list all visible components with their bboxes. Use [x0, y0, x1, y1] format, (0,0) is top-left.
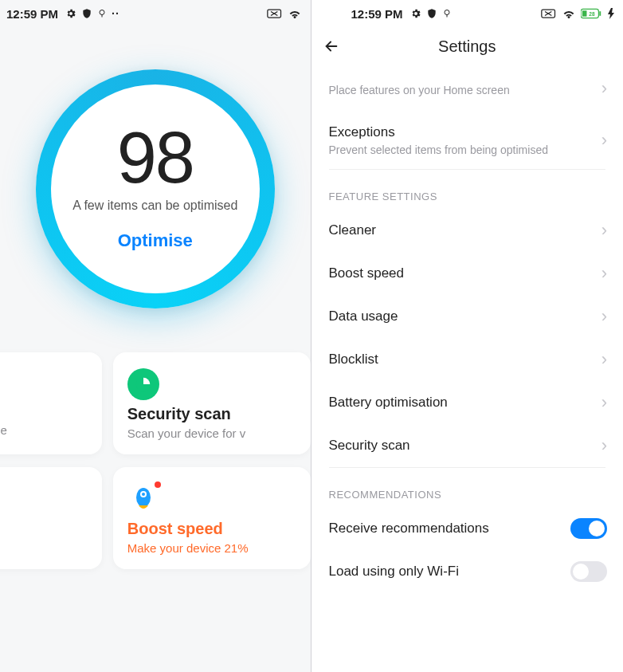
wifi-icon [562, 8, 576, 19]
section-recommendations: RECOMMENDATIONS [312, 468, 624, 507]
row-security-scan[interactable]: Security scan › [312, 424, 624, 467]
gear-icon [410, 8, 421, 19]
card-battery-sub: n until full [0, 538, 88, 552]
row-boost-label: Boost speed [329, 265, 594, 281]
section-feature-settings: FEATURE SETTINGS [312, 170, 624, 209]
row-receive-label: Receive recommendations [329, 521, 563, 536]
row-block-label: Blocklist [329, 352, 594, 367]
toggle-wifi-only[interactable] [570, 561, 607, 582]
rocket-icon [127, 483, 159, 515]
chevron-right-icon: › [601, 392, 607, 413]
location-icon [97, 8, 107, 19]
nosim-icon [541, 8, 557, 19]
card-boost-title: Boost speed [127, 520, 296, 538]
chevron-right-icon: › [601, 130, 607, 151]
status-time: 12:59 PM [351, 7, 403, 21]
location-icon [442, 8, 452, 19]
card-cleaner[interactable]: aner of storage space [0, 352, 102, 454]
row-receive-recommendations[interactable]: Receive recommendations [312, 507, 624, 550]
card-boost-speed[interactable]: Boost speed Make your device 21% [113, 467, 311, 569]
row-blocklist[interactable]: Blocklist › [312, 338, 624, 381]
card-battery-title: tery [0, 517, 88, 535]
row-batt-label: Battery optimisation [329, 395, 594, 411]
row-data-usage[interactable]: Data usage › [312, 295, 624, 338]
svg-point-6 [445, 10, 449, 15]
toggle-receive-recommendations[interactable] [570, 518, 607, 539]
score-ring: 98 A few items can be optimised Optimise [24, 57, 287, 320]
chevron-right-icon: › [601, 349, 607, 370]
optimise-button[interactable]: Optimise [118, 230, 193, 251]
dots-icon: ·· [112, 7, 120, 20]
wifi-icon [288, 8, 302, 19]
card-cleaner-sub: of storage space [0, 423, 88, 437]
svg-point-5 [142, 493, 145, 496]
row-cleaner[interactable]: Cleaner › [312, 209, 624, 252]
status-bar-right: 12:59 PM 28 [312, 0, 624, 27]
battery-icon: 28 [581, 8, 603, 19]
row-data-label: Data usage [329, 308, 594, 324]
notification-dot-icon [155, 481, 161, 488]
status-time: 12:59 PM [6, 7, 58, 21]
svg-rect-9 [582, 10, 587, 16]
card-scan-sub: Scan your device for v [127, 426, 296, 440]
chevron-right-icon: › [601, 263, 607, 284]
svg-text:28: 28 [589, 11, 595, 17]
svg-point-0 [100, 10, 104, 15]
chevron-right-icon: › [601, 78, 607, 99]
row-home-shortcut[interactable]: Place features on your Home screen › [312, 65, 624, 112]
row-battery-optimisation[interactable]: Battery optimisation › [312, 381, 624, 424]
shield-icon [81, 8, 92, 19]
row-wifi-only[interactable]: Load using only Wi-Fi [312, 550, 624, 593]
row-exceptions[interactable]: Exceptions Prevent selected items from b… [312, 112, 624, 169]
row-wifi-label: Load using only Wi-Fi [329, 564, 563, 580]
gear-icon [65, 8, 76, 19]
svg-rect-10 [599, 11, 601, 16]
scan-icon [127, 368, 159, 400]
settings-header: Settings [312, 27, 624, 65]
nosim-icon [267, 8, 283, 19]
row-home-desc: Place features on your Home screen [329, 84, 594, 96]
row-boost-speed[interactable]: Boost speed › [312, 252, 624, 295]
card-battery[interactable]: tery n until full [0, 467, 102, 569]
chevron-right-icon: › [601, 435, 607, 456]
settings-pane: 12:59 PM 28 Settings Place features on y… [312, 0, 624, 672]
security-app-pane: 12:59 PM ·· 98 A few items can be optimi… [0, 0, 311, 672]
charging-icon [608, 8, 614, 19]
row-exceptions-label: Exceptions [329, 124, 594, 140]
chevron-right-icon: › [601, 306, 607, 327]
status-bar-left: 12:59 PM ·· [0, 0, 311, 27]
score-value: 98 [117, 122, 194, 194]
chevron-right-icon: › [601, 220, 607, 241]
row-exceptions-desc: Prevent selected items from being optimi… [329, 143, 594, 156]
card-security-scan[interactable]: Security scan Scan your device for v [113, 352, 311, 454]
card-scan-title: Security scan [127, 405, 296, 423]
card-cleaner-title: aner [0, 402, 88, 420]
settings-title: Settings [323, 37, 613, 56]
shield-icon [426, 8, 437, 19]
card-boost-sub: Make your device 21% [127, 541, 296, 555]
row-scan-label: Security scan [329, 438, 594, 454]
row-cleaner-label: Cleaner [329, 222, 594, 238]
score-subtitle: A few items can be optimised [72, 198, 237, 213]
